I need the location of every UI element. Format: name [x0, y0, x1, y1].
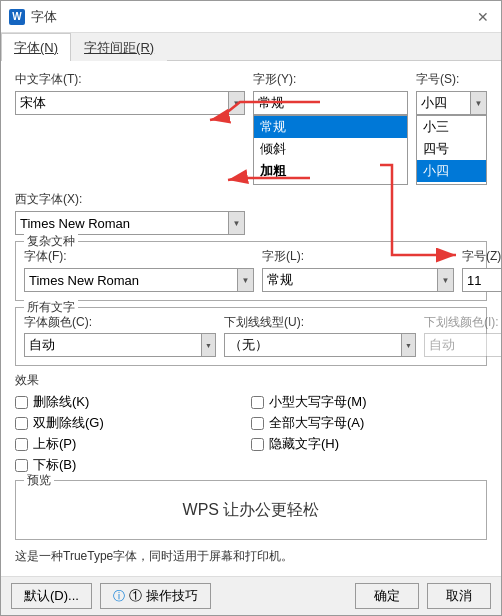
font-color-select[interactable]	[24, 333, 216, 357]
size-item-1[interactable]: 小三	[417, 116, 486, 138]
effects-section: 效果 删除线(K) 双删除线(G) 上标(P)	[15, 372, 487, 474]
underline-style-col: 下划线线型(U):	[224, 314, 416, 357]
size-item-3[interactable]: 小四	[417, 160, 486, 182]
size-container: 小三 四号 小四	[416, 91, 487, 185]
cancel-button[interactable]: 取消	[427, 583, 491, 609]
underline-style-label: 下划线线型(U):	[224, 314, 416, 331]
size-list[interactable]: 小三 四号 小四	[416, 115, 487, 185]
western-font-row: 西文字体(X):	[15, 191, 487, 235]
underline-color-label: 下划线颜色(I):	[424, 314, 501, 331]
font-color-input[interactable]	[29, 338, 197, 353]
hidden-row: 隐藏文字(H)	[251, 435, 487, 453]
style-item-bold[interactable]: 加粗	[254, 160, 407, 182]
tips-button[interactable]: ⓘ ① 操作技巧	[100, 583, 211, 609]
strikethrough-row: 删除线(K)	[15, 393, 251, 411]
title-bar: W 字体 ✕	[1, 1, 501, 33]
style-item-bold-italic[interactable]: 加粗倾斜	[254, 182, 407, 185]
complex-style-col: 字形(L):	[262, 248, 454, 292]
close-button[interactable]: ✕	[473, 7, 493, 27]
app-icon: W	[9, 9, 25, 25]
size-item-2[interactable]: 四号	[417, 138, 486, 160]
complex-script-group: 复杂文种 字体(F): 字形(L):	[15, 241, 487, 301]
complex-size-label: 字号(Z):	[462, 248, 501, 265]
all-caps-row: 全部大写字母(A)	[251, 414, 487, 432]
main-content: 中文字体(T): 字形(Y): 常规 倾斜	[1, 61, 501, 576]
all-text-title: 所有文字	[24, 299, 78, 316]
footer-right: 确定 取消	[355, 583, 491, 609]
effects-row: 删除线(K) 双删除线(G) 上标(P) 下标(B)	[15, 393, 487, 474]
underline-style-select[interactable]	[224, 333, 416, 357]
style-input[interactable]	[253, 91, 408, 115]
size-label: 字号(S):	[416, 71, 487, 88]
strikethrough-checkbox[interactable]	[15, 396, 28, 409]
style-col: 字形(Y): 常规 倾斜 加粗 加粗倾斜	[253, 71, 408, 185]
tab-bar: 字体(N) 字符间距(R)	[1, 33, 501, 61]
superscript-checkbox[interactable]	[15, 438, 28, 451]
style-item-regular[interactable]: 常规	[254, 116, 407, 138]
small-caps-label: 小型大写字母(M)	[269, 393, 367, 411]
preview-section: 预览 WPS 让办公更轻松	[15, 480, 487, 540]
font-dialog: W 字体 ✕ 字体(N) 字符间距(R) 中文字体(T):	[0, 0, 502, 616]
western-font-arrow[interactable]	[228, 212, 244, 234]
superscript-row: 上标(P)	[15, 435, 251, 453]
footer-left: 默认(D)... ⓘ ① 操作技巧	[11, 583, 211, 609]
complex-style-arrow[interactable]	[437, 269, 453, 291]
size-input[interactable]	[416, 91, 487, 115]
effects-title: 效果	[15, 372, 487, 389]
size-col: 字号(S): 小三 四号 小四	[416, 71, 487, 185]
ok-button[interactable]: 确定	[355, 583, 419, 609]
chinese-font-input[interactable]	[20, 96, 226, 111]
complex-font-arrow[interactable]	[237, 269, 253, 291]
tips-icon: ⓘ	[113, 588, 125, 605]
default-button[interactable]: 默认(D)...	[11, 583, 92, 609]
tab-spacing[interactable]: 字符间距(R)	[71, 33, 167, 61]
effects-left: 删除线(K) 双删除线(G) 上标(P) 下标(B)	[15, 393, 251, 474]
superscript-label: 上标(P)	[33, 435, 76, 453]
strikethrough-label: 删除线(K)	[33, 393, 89, 411]
font-row: 中文字体(T): 字形(Y): 常规 倾斜	[15, 71, 487, 185]
chinese-font-select[interactable]	[15, 91, 245, 115]
underline-style-input[interactable]	[229, 338, 397, 353]
complex-size-input[interactable]	[467, 273, 501, 288]
complex-script-title: 复杂文种	[24, 233, 78, 250]
style-container: 常规 倾斜 加粗 加粗倾斜	[253, 91, 408, 185]
western-font-select[interactable]	[15, 211, 245, 235]
small-caps-checkbox[interactable]	[251, 396, 264, 409]
complex-size-select[interactable]	[462, 268, 501, 292]
subscript-checkbox[interactable]	[15, 459, 28, 472]
tab-font[interactable]: 字体(N)	[1, 33, 71, 61]
chinese-font-arrow[interactable]	[228, 92, 244, 114]
complex-font-input[interactable]	[29, 273, 235, 288]
western-font-input[interactable]	[20, 216, 226, 231]
title-controls: ✕	[473, 7, 493, 27]
all-text-group: 所有文字 字体颜色(C): 下划线线型(U):	[15, 307, 487, 366]
underline-color-col: 下划线颜色(I):	[424, 314, 501, 357]
chinese-font-container	[15, 91, 245, 115]
window-title: 字体	[31, 8, 57, 26]
underline-color-input	[429, 338, 501, 353]
all-caps-checkbox[interactable]	[251, 417, 264, 430]
tip-text: 这是一种TrueType字体，同时适用于屏幕和打印机。	[15, 548, 487, 565]
complex-font-select[interactable]	[24, 268, 254, 292]
footer: 默认(D)... ⓘ ① 操作技巧 确定 取消	[1, 576, 501, 615]
complex-style-input[interactable]	[267, 273, 435, 288]
underline-color-select	[424, 333, 501, 357]
hidden-checkbox[interactable]	[251, 438, 264, 451]
double-strikethrough-checkbox[interactable]	[15, 417, 28, 430]
double-strikethrough-label: 双删除线(G)	[33, 414, 104, 432]
style-list[interactable]: 常规 倾斜 加粗 加粗倾斜	[253, 115, 408, 185]
size-text-input[interactable]	[421, 96, 468, 111]
tab-spacing-label: 字符间距(R)	[84, 39, 154, 57]
underline-style-arrow[interactable]	[401, 334, 415, 356]
western-font-container	[15, 211, 245, 235]
style-item-italic[interactable]: 倾斜	[254, 138, 407, 160]
font-color-arrow[interactable]	[201, 334, 215, 356]
size-arrow[interactable]	[470, 92, 486, 114]
tab-font-label: 字体(N)	[14, 39, 58, 57]
complex-style-select[interactable]	[262, 268, 454, 292]
style-text-input[interactable]	[258, 96, 407, 111]
tips-label: ① 操作技巧	[129, 587, 198, 605]
style-label: 字形(Y):	[253, 71, 408, 88]
chinese-font-label: 中文字体(T):	[15, 71, 245, 88]
complex-row: 字体(F): 字形(L): 字号(Z):	[24, 248, 478, 292]
